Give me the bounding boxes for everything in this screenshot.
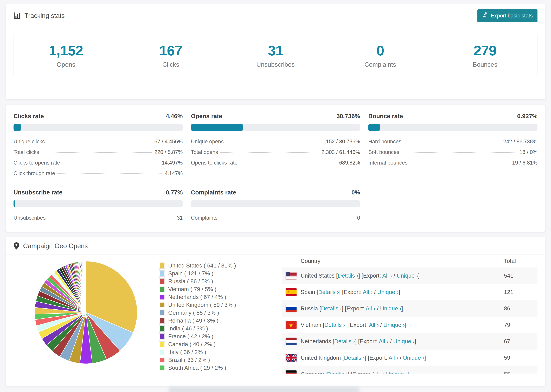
export-unique-link[interactable]: Unique › — [397, 273, 418, 279]
export-unique-link[interactable]: Unique › — [383, 322, 405, 328]
geo-row-total: 67 — [504, 338, 537, 345]
stat-cell-opens: 1,152Opens — [14, 33, 118, 78]
legend-label: Netherlands ( 67 / 4% ) — [168, 294, 226, 300]
rate-detail-row: Internal bounces19 / 6.81% — [368, 158, 537, 168]
export-all-link[interactable]: All › — [382, 273, 392, 279]
export-unique-link[interactable]: Unique › — [393, 338, 415, 344]
legend-label: France ( 42 / 2% ) — [168, 333, 213, 340]
export-all-link[interactable]: All › — [369, 322, 379, 328]
export-all-link[interactable]: All › — [366, 305, 375, 312]
export-all-link[interactable]: All › — [389, 355, 398, 361]
legend-swatch — [159, 341, 165, 347]
dotted-leader — [48, 218, 174, 218]
geo-table-rows: United States [Details ›] [Export: All ›… — [282, 267, 537, 374]
geo-row-country-cell: Netherlands [Details ›] [Export: All › /… — [286, 338, 504, 345]
geo-title: Campaign Geo Opens — [14, 242, 88, 250]
bracket-text: ] — [399, 289, 400, 295]
export-basic-stats-button[interactable]: Export basic stats — [477, 9, 537, 22]
stat-value: 167 — [118, 42, 223, 59]
legend-swatch — [159, 349, 165, 355]
rate-detail-row: Total opens2,303 / 61.446% — [191, 147, 360, 158]
export-unique-link[interactable]: Unique › — [380, 305, 402, 312]
dotted-leader — [57, 173, 162, 174]
rate-row-label: Total opens — [191, 149, 218, 155]
rate-row-label: Opens to clicks rate — [191, 160, 238, 166]
rate-progress-fill — [14, 200, 15, 207]
bracket-text: ] — [424, 355, 426, 361]
total-column-header: Total — [504, 258, 537, 264]
tracking-stats-title: Tracking stats — [14, 12, 65, 20]
tracking-stats-header: Tracking stats Export basic stats — [6, 4, 545, 27]
geo-row-text: Vietnam [Details ›] [Export: All › / Uni… — [301, 322, 406, 328]
bracket-text: ] [Export: — [342, 305, 366, 312]
separator-text: / — [389, 338, 393, 344]
geo-table-row-es: Spain [Details ›] [Export: All › / Uniqu… — [282, 284, 537, 300]
details-link[interactable]: Details › — [321, 305, 342, 312]
bracket-text: [ — [333, 338, 334, 344]
legend-item-france: France ( 42 / 2% ) — [159, 332, 282, 340]
rate-row-label: Click through rate — [14, 170, 55, 176]
rate-row-value: 689.82% — [339, 160, 360, 166]
legend-label: Russia ( 86 / 5% ) — [168, 278, 213, 285]
rate-block-complaints-rate: Complaints rate0%Complaints0 — [191, 189, 360, 223]
legend-label: United States ( 541 / 31% ) — [168, 262, 236, 269]
geo-row-total: 86 — [504, 305, 537, 312]
legend-item-vietnam: Vietnam ( 79 / 5% ) — [159, 285, 282, 293]
rate-header: Clicks rate4.46% — [14, 113, 183, 119]
dotted-leader — [47, 142, 149, 142]
geo-legend: United States ( 541 / 31% )Spain ( 121 /… — [159, 254, 282, 372]
legend-swatch-color — [160, 263, 164, 268]
details-link[interactable]: Details › — [327, 371, 348, 374]
rate-detail-rows: Complaints0 — [191, 213, 360, 223]
rate-percent-value: 30.736% — [336, 113, 360, 119]
rate-row-value: 0 — [357, 215, 360, 221]
legend-swatch — [159, 263, 165, 269]
export-all-link[interactable]: All › — [379, 338, 389, 344]
geo-row-country-cell: Spain [Details ›] [Export: All › / Uniqu… — [286, 288, 504, 296]
tracking-stats-card: Tracking stats Export basic stats 1,152O… — [6, 4, 545, 99]
rate-detail-row: Total clicks220 / 5.87% — [14, 147, 183, 158]
dotted-leader — [220, 218, 355, 218]
stat-label: Complaints — [328, 61, 433, 68]
rate-detail-rows: Unique clicks167 / 4.456%Total clicks220… — [14, 136, 183, 179]
stat-cell-clicks: 167Clicks — [118, 33, 223, 78]
export-unique-link[interactable]: Unique › — [386, 371, 407, 374]
geo-row-country-cell: Vietnam [Details ›] [Export: All › / Uni… — [286, 321, 504, 329]
geo-table: Country Total United States [Details ›] … — [282, 254, 537, 374]
rate-header: Bounce rate6.927% — [368, 113, 537, 119]
geo-table-row-de: Germany [Details ›] [Export: All › / Uni… — [282, 366, 537, 374]
rate-percent-value: 6.927% — [517, 113, 537, 119]
pie-slice[interactable] — [86, 261, 86, 313]
geo-row-text: Spain [Details ›] [Export: All › / Uniqu… — [301, 289, 400, 295]
details-link[interactable]: Details › — [334, 338, 355, 344]
legend-label: Spain ( 121 / 7% ) — [168, 270, 213, 277]
legend-item-united-kingdom: United Kingdom ( 59 / 3% ) — [159, 301, 282, 309]
campaign-geo-opens-card: Campaign Geo Opens United States ( 541 /… — [6, 237, 545, 386]
geo-pie-chart — [14, 254, 159, 365]
legend-label: Canada ( 40 / 2% ) — [168, 341, 216, 348]
legend-label: Germany ( 55 / 3% ) — [168, 309, 219, 316]
flag-icon-es — [286, 288, 297, 296]
geo-table-row-ru: Russia [Details ›] [Export: All › / Uniq… — [282, 300, 537, 317]
legend-swatch — [159, 318, 165, 324]
legend-label: Italy ( 36 / 2% ) — [168, 349, 206, 355]
legend-item-united-states: United States ( 541 / 31% ) — [159, 262, 282, 270]
details-link[interactable]: Details › — [344, 355, 365, 361]
export-unique-link[interactable]: Unique › — [403, 355, 424, 361]
geo-row-total: 59 — [504, 355, 537, 361]
details-link[interactable]: Details › — [325, 322, 345, 328]
geo-table-row-gb: United Kingdom [Details ›] [Export: All … — [282, 350, 537, 366]
bracket-text: ] [Export: — [345, 322, 369, 328]
legend-swatch-color — [160, 295, 164, 300]
details-link[interactable]: Details › — [338, 273, 358, 279]
export-unique-link[interactable]: Unique › — [377, 289, 399, 295]
rate-title: Unsubscribe rate — [14, 189, 63, 196]
geo-body: United States ( 541 / 31% )Spain ( 121 /… — [6, 254, 545, 374]
dotted-leader — [240, 163, 337, 163]
flag-icon-gb — [286, 354, 297, 362]
bracket-text: [ — [317, 289, 318, 295]
export-all-link[interactable]: All › — [372, 371, 381, 374]
export-all-link[interactable]: All › — [363, 289, 373, 295]
details-link[interactable]: Details › — [318, 289, 339, 295]
geo-row-country-cell: Germany [Details ›] [Export: All › / Uni… — [286, 371, 504, 374]
